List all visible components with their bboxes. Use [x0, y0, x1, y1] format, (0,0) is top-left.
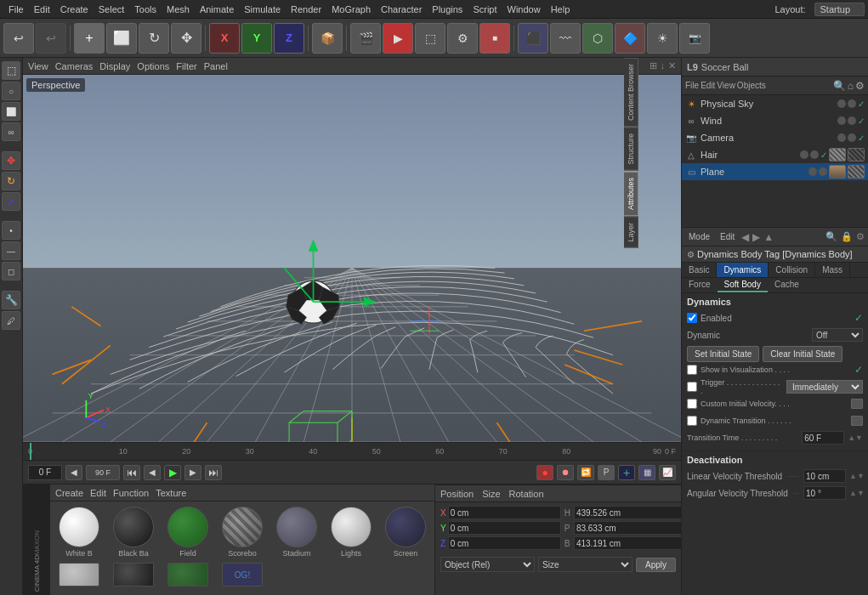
attr-tab-collision[interactable]: Collision: [769, 263, 815, 277]
mat-texture[interactable]: Texture: [156, 488, 186, 498]
cameras-menu[interactable]: Cameras: [55, 61, 94, 71]
material-logo[interactable]: OG!: [218, 563, 266, 586]
material-black[interactable]: Black Ba: [110, 507, 157, 558]
trigger-select[interactable]: Immediately: [786, 380, 863, 394]
scene-hair[interactable]: △ Hair ✓: [682, 146, 868, 163]
graph-panel[interactable]: 📈: [659, 465, 676, 480]
attr-search-icon[interactable]: 🔍: [825, 231, 837, 242]
apply-button[interactable]: Apply: [636, 558, 676, 572]
minimize-icon[interactable]: ↓: [661, 60, 666, 71]
material-field[interactable]: Field: [164, 507, 212, 558]
deformer-button[interactable]: 🔷: [615, 23, 645, 54]
render-play[interactable]: ▶: [383, 23, 413, 54]
content-browser-tab[interactable]: Content Browser: [624, 58, 638, 127]
live-sel[interactable]: ○: [2, 82, 20, 100]
attributes-tab[interactable]: Attributes: [624, 172, 638, 216]
frame-key[interactable]: P: [598, 465, 615, 480]
timeline-panel[interactable]: ▦: [638, 465, 655, 480]
add-key[interactable]: +: [618, 465, 635, 480]
enabled-checkbox[interactable]: [687, 313, 697, 323]
z-size-input[interactable]: [574, 536, 687, 550]
menu-tools[interactable]: Tools: [129, 4, 162, 14]
attr-tab-basic[interactable]: Basic: [682, 263, 717, 277]
menu-plugins[interactable]: Plugins: [427, 4, 468, 14]
menu-select[interactable]: Select: [94, 4, 130, 14]
mat-function[interactable]: Function: [113, 488, 149, 498]
material-white[interactable]: White B: [55, 507, 103, 558]
rp-edit-menu[interactable]: Edit: [701, 81, 715, 90]
filter-menu[interactable]: Filter: [176, 61, 196, 71]
y-pos-input[interactable]: [448, 521, 561, 535]
size-mode-select[interactable]: Size: [538, 557, 633, 572]
menu-character[interactable]: Character: [376, 4, 427, 14]
attr-nav-forward[interactable]: ▶: [752, 231, 760, 243]
attr-scroll[interactable]: Dynamics Enabled ✓ Dynamic Off: [682, 293, 868, 595]
rp-file-menu[interactable]: File: [685, 81, 699, 90]
menu-edit[interactable]: Edit: [29, 4, 55, 14]
scene-wind[interactable]: ∞ Wind ✓: [682, 112, 868, 129]
attr-nav-back[interactable]: ◀: [741, 231, 749, 243]
y-axis-button[interactable]: Y: [241, 23, 272, 54]
rotate-button[interactable]: ↻: [139, 23, 169, 54]
rp-view-menu[interactable]: View: [717, 81, 735, 90]
menu-create[interactable]: Create: [55, 4, 94, 14]
material-stadium[interactable]: Stadium: [273, 507, 321, 558]
layout-select[interactable]: Startup: [814, 3, 865, 16]
loop-sel[interactable]: ∞: [2, 122, 20, 141]
x-pos-input[interactable]: [448, 506, 561, 519]
step-forward[interactable]: ▶: [184, 465, 201, 480]
redo-button[interactable]: ↩: [36, 23, 66, 54]
move-left[interactable]: ✥: [2, 151, 20, 170]
record-btn[interactable]: ●: [536, 465, 553, 480]
scene-camera[interactable]: 📷 Camera ✓: [682, 129, 868, 146]
trans-time-input[interactable]: [802, 431, 844, 445]
linear-vel-arrow[interactable]: ▲▼: [849, 472, 863, 480]
render-region[interactable]: ⬚: [415, 23, 445, 54]
scene-physical-sky[interactable]: ☀ Physical Sky ✓: [682, 95, 868, 112]
magnet-tool[interactable]: 🔧: [2, 291, 20, 309]
object-button[interactable]: 📦: [312, 23, 343, 54]
trigger-checkbox[interactable]: [687, 382, 697, 392]
render-stop[interactable]: ■: [479, 23, 510, 54]
attr-edit-label[interactable]: Edit: [717, 230, 738, 243]
material-field-2[interactable]: [164, 563, 212, 586]
angular-vel-arrow[interactable]: ▲▼: [849, 489, 863, 497]
edge-mode[interactable]: —: [2, 241, 20, 260]
menu-help[interactable]: Help: [546, 4, 576, 14]
panel-menu[interactable]: Panel: [204, 61, 228, 71]
rect-sel[interactable]: ⬜: [2, 102, 20, 121]
go-end[interactable]: ⏭: [205, 465, 222, 480]
attr-subtab-force[interactable]: Force: [682, 278, 718, 292]
dyn-trans-checkbox[interactable]: [687, 416, 697, 426]
menu-simulate[interactable]: Simulate: [239, 4, 286, 14]
z-pos-input[interactable]: [448, 536, 561, 550]
scene-plane[interactable]: ▭ Plane: [682, 163, 868, 180]
menu-render[interactable]: Render: [286, 4, 326, 14]
attr-subtab-softbody[interactable]: Soft Body: [718, 278, 768, 292]
material-white-2[interactable]: [55, 563, 103, 586]
search-icon[interactable]: 🔍: [833, 80, 846, 92]
layer-tab[interactable]: Layer: [624, 217, 638, 248]
timeline-ruler[interactable]: 0 10 20 30 40 50 60 70 80 90 0 F: [23, 442, 681, 461]
menu-mograph[interactable]: MoGraph: [326, 4, 376, 14]
options-menu[interactable]: Options: [137, 61, 169, 71]
render-clapper[interactable]: 🎬: [350, 23, 381, 54]
home-icon[interactable]: ⌂: [848, 80, 854, 92]
set-initial-state-btn[interactable]: Set Initial State: [687, 346, 759, 362]
step-back[interactable]: ◀: [144, 465, 161, 480]
attr-nav-up[interactable]: ▲: [763, 231, 774, 243]
x-axis-button[interactable]: X: [209, 23, 240, 54]
go-start[interactable]: ⏮: [123, 465, 140, 480]
filter-icon[interactable]: ⚙: [855, 80, 865, 92]
material-screen[interactable]: Screen: [382, 507, 429, 558]
view-menu[interactable]: View: [28, 61, 48, 71]
material-black-2[interactable]: [110, 563, 157, 586]
display-menu[interactable]: Display: [99, 61, 130, 71]
z-axis-button[interactable]: Z: [274, 23, 304, 54]
show-viz-checkbox[interactable]: [687, 365, 697, 375]
rp-objects-menu[interactable]: Objects: [737, 81, 766, 90]
autokey-btn[interactable]: ⏺: [557, 465, 574, 480]
paint-tool[interactable]: 🖊: [2, 311, 20, 330]
attr-tab-mass[interactable]: Mass: [815, 263, 850, 277]
attr-mode-label[interactable]: Mode: [685, 230, 713, 243]
